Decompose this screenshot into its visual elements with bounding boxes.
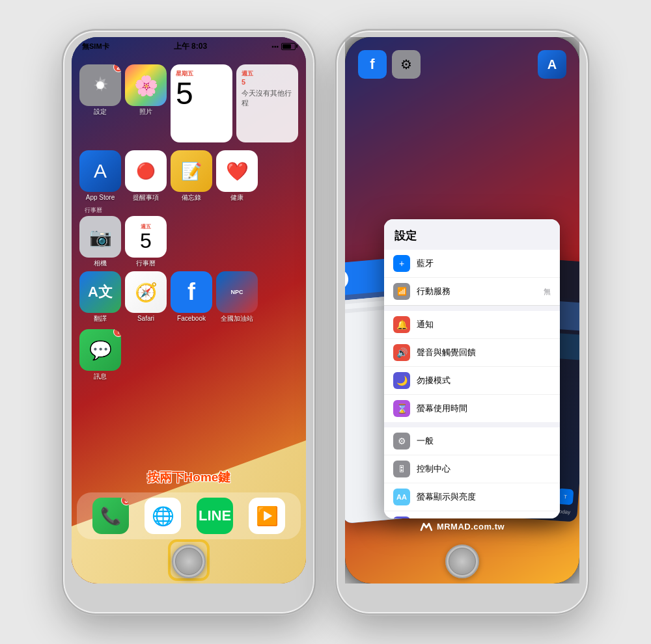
top-section: 2 設定 🌸 照片 星期五 5 bbox=[72, 60, 306, 146]
camera-app[interactable]: 📷 相機 bbox=[79, 216, 121, 267]
sounds-icon: 🔊 bbox=[393, 344, 410, 361]
line-dock-icon: LINE bbox=[197, 498, 233, 534]
messages-row: 💬 ! 訊息 bbox=[72, 329, 306, 381]
health-label: 健康 bbox=[230, 194, 243, 202]
phone-dock-app[interactable]: 📞 3 bbox=[92, 498, 129, 534]
row2b: 行事曆 bbox=[72, 203, 306, 215]
dock: 📞 3 🌐 LINE bbox=[77, 492, 301, 539]
status-bar: 無SIM卡 上午 8:03 ▪▪▪ bbox=[72, 37, 306, 55]
sounds-label: 聲音與觸覺回饋 bbox=[417, 347, 551, 358]
messages-badge: ! bbox=[113, 329, 121, 337]
switcher-card-settings[interactable]: 設定 + 藍牙 📶 行動服務 無 bbox=[384, 219, 560, 518]
fb-logo: f bbox=[345, 268, 349, 291]
safari-app[interactable]: 🧭 Safari bbox=[125, 271, 167, 323]
cal2-week-label: 週五 bbox=[242, 70, 293, 78]
settings-item-dnd[interactable]: 🌙 勿擾模式 bbox=[384, 367, 560, 395]
homescreen-icon: ⊞ bbox=[393, 517, 410, 518]
health-app[interactable]: ❤️ 健康 bbox=[216, 150, 258, 202]
cal3-label: 行事曆 bbox=[136, 260, 156, 267]
switcher-fb-mini: f bbox=[358, 50, 387, 79]
settings-separator-1 bbox=[384, 306, 560, 311]
npc-icon: NPC bbox=[216, 271, 258, 313]
settings-group-2: 🔔 通知 🔊 聲音與觸覺回饋 🌙 勿擾模式 ⌛ 螢幕使用時間 bbox=[384, 311, 560, 422]
press-text-container: 按兩下Home鍵 bbox=[72, 469, 306, 486]
messages-label: 訊息 bbox=[94, 373, 107, 381]
settings-item-homescreen[interactable]: ⊞ 主畫面 bbox=[384, 511, 560, 518]
appstore-icon: A bbox=[79, 150, 121, 192]
battery-fill bbox=[283, 44, 291, 49]
notes-app[interactable]: 📝 備忘錄 bbox=[171, 150, 212, 202]
settings-item-sounds[interactable]: 🔊 聲音與觸覺回饋 bbox=[384, 339, 560, 367]
settings-card-title: 設定 bbox=[395, 230, 417, 242]
safari-icon: 🧭 bbox=[125, 271, 167, 313]
switcher-as-mini: A bbox=[538, 50, 566, 79]
cal3-app[interactable]: 週五 5 行事曆 bbox=[125, 216, 167, 267]
youtube-dock-app[interactable]: ▶️ bbox=[249, 498, 285, 534]
row3: 📷 相機 週五 5 行事曆 bbox=[72, 216, 306, 267]
watermark: MRMAD.com.tw bbox=[420, 522, 505, 531]
row2: A App Store 🔴 提醒事項 📝 bbox=[72, 150, 306, 202]
line-dock-app[interactable]: LINE bbox=[197, 498, 233, 534]
press-home-text: 按兩下Home鍵 bbox=[147, 470, 231, 484]
carrier-label: 無SIM卡 bbox=[82, 42, 109, 51]
chrome-dock-icon: 🌐 bbox=[145, 498, 181, 534]
photos-label: 照片 bbox=[139, 108, 152, 116]
settings-item-screen-time[interactable]: ⌛ 螢幕使用時間 bbox=[384, 395, 560, 422]
appstore-app[interactable]: A App Store bbox=[79, 150, 121, 202]
mobile-value: 無 bbox=[544, 287, 551, 297]
translate-app[interactable]: A文 翻譯 bbox=[79, 271, 121, 323]
camera-icon: 📷 bbox=[79, 216, 121, 258]
home-button[interactable] bbox=[172, 544, 206, 578]
settings-item-notifications[interactable]: 🔔 通知 bbox=[384, 311, 560, 339]
phone-1: 無SIM卡 上午 8:03 ▪▪▪ 2 bbox=[62, 29, 316, 615]
settings-item-general[interactable]: ⚙ 一般 bbox=[384, 427, 560, 455]
battery-area: ▪▪▪ bbox=[271, 43, 296, 50]
npc-app[interactable]: NPC 全國加油站 bbox=[216, 271, 258, 323]
mrmad-logo-icon bbox=[420, 522, 433, 531]
time-label: 上午 8:03 bbox=[174, 41, 207, 52]
calendar-widget-1[interactable]: 星期五 5 bbox=[171, 64, 232, 142]
settings-item-bluetooth[interactable]: + 藍牙 bbox=[384, 250, 560, 278]
phone2-home-button[interactable] bbox=[445, 544, 479, 578]
settings-item-control-center[interactable]: 🎛 控制中心 bbox=[384, 455, 560, 483]
as-mini-icon: A bbox=[538, 50, 566, 79]
general-label: 一般 bbox=[417, 435, 551, 447]
messages-app[interactable]: 💬 ! 訊息 bbox=[79, 329, 121, 381]
chrome-dock-app[interactable]: 🌐 bbox=[145, 498, 181, 534]
calendar-widget-2[interactable]: 週五 5 今天沒有其他行程 bbox=[236, 64, 298, 142]
settings-card-top: 設定 bbox=[384, 219, 560, 250]
facebook-app[interactable]: f Facebook bbox=[171, 271, 212, 323]
photos-app[interactable]: 🌸 照片 bbox=[125, 64, 167, 142]
settings-item-mobile[interactable]: 📶 行動服務 無 bbox=[384, 278, 560, 306]
settings-label: 設定 bbox=[94, 108, 107, 116]
cal3-icon: 週五 5 bbox=[125, 216, 167, 258]
control-label: 控制中心 bbox=[417, 463, 551, 475]
bluetooth-label: 藍牙 bbox=[417, 258, 551, 269]
signal-icon: ▪▪▪ bbox=[271, 43, 279, 50]
settings-icon: 2 bbox=[79, 64, 121, 106]
app-switcher: f 設定 + 藍牙 bbox=[345, 37, 579, 584]
photos-icon: 🌸 bbox=[125, 64, 167, 106]
phone-badge: 3 bbox=[121, 498, 129, 505]
display-icon: AA bbox=[393, 489, 410, 505]
phone2-home-btn[interactable] bbox=[445, 544, 479, 578]
home-button-inner bbox=[175, 548, 202, 575]
appstore-folder-label: 行事曆 bbox=[79, 207, 102, 213]
dnd-label: 勿擾模式 bbox=[417, 375, 551, 386]
phone2-home-inner bbox=[449, 548, 476, 575]
cal1-day-num: 5 bbox=[176, 78, 227, 109]
home-content: 2 設定 🌸 照片 星期五 5 bbox=[72, 58, 306, 584]
control-icon: 🎛 bbox=[393, 461, 410, 477]
notif-label: 通知 bbox=[417, 319, 551, 330]
reminders-app[interactable]: 🔴 提醒事項 bbox=[125, 150, 167, 202]
screentime-label: 螢幕使用時間 bbox=[417, 403, 551, 414]
messages-icon: 💬 ! bbox=[79, 329, 121, 371]
npc-label: 全國加油站 bbox=[221, 315, 253, 323]
watermark-text: MRMAD.com.tw bbox=[437, 522, 505, 531]
settings-item-display[interactable]: AA 螢幕顯示與亮度 bbox=[384, 483, 560, 511]
row4: A文 翻譯 🧭 Safari f Facebook bbox=[72, 271, 306, 323]
settings-badge: 2 bbox=[113, 64, 121, 72]
youtube-dock-icon: ▶️ bbox=[249, 498, 285, 534]
switcher-settings-mini: ⚙ bbox=[392, 50, 421, 79]
settings-app[interactable]: 2 設定 bbox=[79, 64, 121, 142]
